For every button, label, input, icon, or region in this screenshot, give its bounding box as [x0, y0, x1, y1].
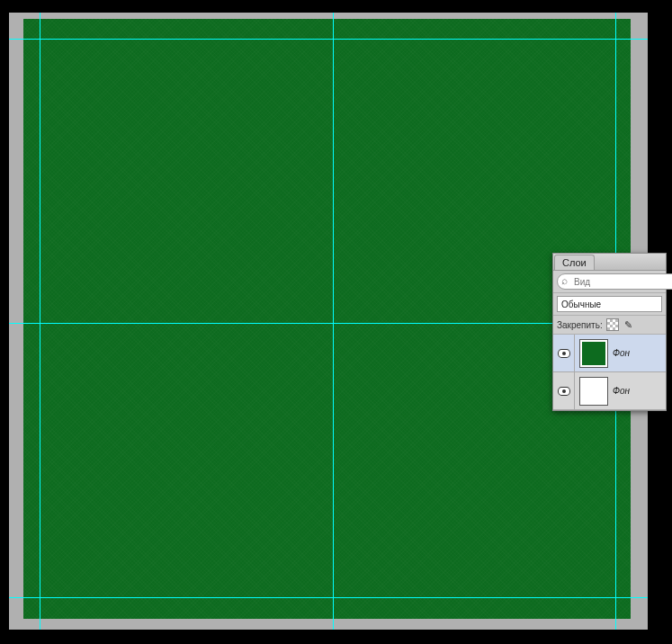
lock-brush-icon[interactable]: ✎: [623, 318, 635, 331]
guide-vertical[interactable]: [40, 13, 40, 630]
guide-horizontal[interactable]: [9, 597, 648, 598]
document-canvas[interactable]: [23, 19, 631, 619]
lock-label: Закрепить:: [557, 320, 603, 330]
layer-thumbnail[interactable]: [579, 377, 608, 406]
visibility-toggle[interactable]: [553, 335, 575, 371]
blend-mode-select[interactable]: Обычные: [557, 296, 662, 312]
layer-item[interactable]: Фон: [553, 335, 666, 372]
eye-icon: [558, 349, 570, 358]
lock-transparency-icon[interactable]: [606, 318, 619, 331]
eye-icon: [558, 387, 570, 396]
layer-item[interactable]: Фон: [553, 372, 666, 410]
panel-tab-bar: Слои: [553, 254, 666, 271]
layer-name-label[interactable]: Фон: [613, 386, 630, 396]
layers-panel: Слои ▲▼ Обычные Закрепить: ✎ Фон Фон: [552, 253, 667, 411]
blend-mode-row: Обычные: [553, 293, 666, 316]
guide-horizontal[interactable]: [9, 39, 648, 40]
layer-name-label[interactable]: Фон: [613, 348, 630, 358]
tab-layers[interactable]: Слои: [554, 255, 595, 270]
layer-filter-row: ▲▼: [553, 271, 666, 293]
layer-filter-input[interactable]: [557, 273, 672, 290]
lock-row: Закрепить: ✎: [553, 316, 666, 335]
visibility-toggle[interactable]: [553, 372, 575, 409]
layer-thumbnail[interactable]: [579, 339, 608, 368]
layers-list: Фон Фон: [553, 335, 666, 410]
guide-vertical[interactable]: [333, 13, 334, 630]
